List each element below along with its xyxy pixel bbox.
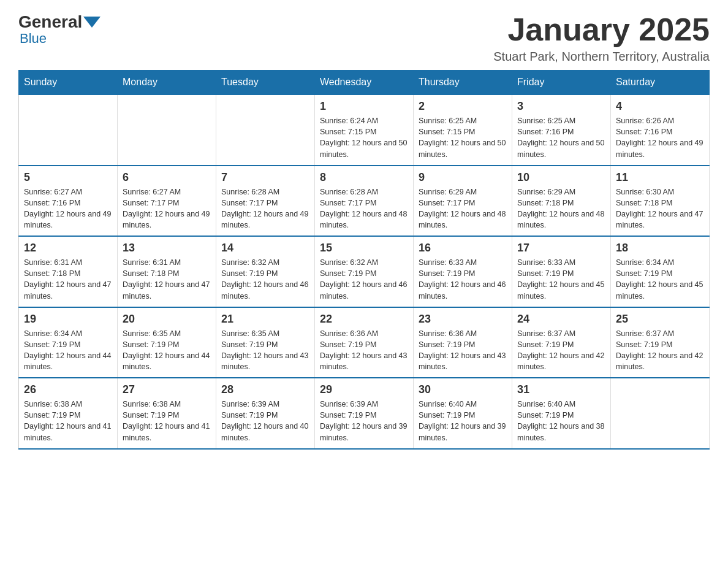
- day-number: 14: [221, 242, 309, 255]
- day-number: 10: [517, 171, 605, 184]
- header-friday: Friday: [512, 71, 611, 95]
- calendar-cell: 7Sunrise: 6:28 AMSunset: 7:17 PMDaylight…: [216, 166, 315, 237]
- calendar-cell: [216, 94, 315, 166]
- calendar-cell: 6Sunrise: 6:27 AMSunset: 7:17 PMDaylight…: [118, 166, 216, 237]
- day-number: 1: [320, 100, 408, 113]
- day-number: 23: [419, 313, 507, 326]
- day-info: Sunrise: 6:40 AMSunset: 7:19 PMDaylight:…: [517, 399, 605, 443]
- calendar-cell: 28Sunrise: 6:39 AMSunset: 7:19 PMDayligh…: [216, 378, 315, 449]
- calendar-cell: 22Sunrise: 6:36 AMSunset: 7:19 PMDayligh…: [315, 307, 414, 378]
- day-number: 18: [616, 242, 704, 255]
- day-number: 21: [221, 313, 309, 326]
- day-number: 25: [616, 313, 704, 326]
- calendar-week-row: 1Sunrise: 6:24 AMSunset: 7:15 PMDaylight…: [19, 94, 710, 166]
- day-number: 13: [123, 242, 211, 255]
- calendar-cell: 25Sunrise: 6:37 AMSunset: 7:19 PMDayligh…: [611, 307, 710, 378]
- calendar-cell: [611, 378, 710, 449]
- day-info: Sunrise: 6:37 AMSunset: 7:19 PMDaylight:…: [616, 328, 704, 373]
- calendar-week-row: 19Sunrise: 6:34 AMSunset: 7:19 PMDayligh…: [19, 307, 710, 378]
- day-info: Sunrise: 6:35 AMSunset: 7:19 PMDaylight:…: [123, 328, 211, 373]
- calendar-cell: 27Sunrise: 6:38 AMSunset: 7:19 PMDayligh…: [118, 378, 216, 449]
- logo-arrow-icon: [83, 17, 100, 28]
- calendar-cell: 2Sunrise: 6:25 AMSunset: 7:15 PMDaylight…: [414, 94, 512, 166]
- day-info: Sunrise: 6:27 AMSunset: 7:16 PMDaylight:…: [24, 186, 112, 231]
- calendar-cell: 21Sunrise: 6:35 AMSunset: 7:19 PMDayligh…: [216, 307, 315, 378]
- day-number: 11: [616, 171, 704, 184]
- calendar-cell: 3Sunrise: 6:25 AMSunset: 7:16 PMDaylight…: [512, 94, 611, 166]
- calendar-cell: [118, 94, 216, 166]
- day-info: Sunrise: 6:25 AMSunset: 7:16 PMDaylight:…: [517, 115, 605, 160]
- day-number: 4: [616, 100, 704, 113]
- day-number: 8: [320, 171, 408, 184]
- header-wednesday: Wednesday: [315, 71, 414, 95]
- day-number: 27: [123, 383, 211, 396]
- day-number: 30: [419, 383, 507, 396]
- day-info: Sunrise: 6:38 AMSunset: 7:19 PMDaylight:…: [123, 399, 211, 443]
- calendar-cell: 30Sunrise: 6:40 AMSunset: 7:19 PMDayligh…: [414, 378, 512, 449]
- logo-blue-text: Blue: [20, 31, 47, 47]
- calendar-cell: 26Sunrise: 6:38 AMSunset: 7:19 PMDayligh…: [19, 378, 118, 449]
- location-title: Stuart Park, Northern Territory, Austral…: [493, 50, 710, 64]
- calendar-week-row: 5Sunrise: 6:27 AMSunset: 7:16 PMDaylight…: [19, 166, 710, 237]
- day-info: Sunrise: 6:38 AMSunset: 7:19 PMDaylight:…: [24, 399, 112, 443]
- day-number: 12: [24, 242, 112, 255]
- calendar-cell: 12Sunrise: 6:31 AMSunset: 7:18 PMDayligh…: [19, 236, 118, 307]
- logo: General Blue: [18, 12, 102, 47]
- day-number: 20: [123, 313, 211, 326]
- day-info: Sunrise: 6:28 AMSunset: 7:17 PMDaylight:…: [221, 186, 309, 231]
- day-info: Sunrise: 6:36 AMSunset: 7:19 PMDaylight:…: [320, 328, 408, 373]
- day-info: Sunrise: 6:28 AMSunset: 7:17 PMDaylight:…: [320, 186, 408, 231]
- day-number: 29: [320, 383, 408, 396]
- calendar-cell: 15Sunrise: 6:32 AMSunset: 7:19 PMDayligh…: [315, 236, 414, 307]
- day-number: 28: [221, 383, 309, 396]
- day-info: Sunrise: 6:40 AMSunset: 7:19 PMDaylight:…: [419, 399, 507, 443]
- calendar-cell: 23Sunrise: 6:36 AMSunset: 7:19 PMDayligh…: [414, 307, 512, 378]
- logo-general-text: General: [18, 12, 82, 32]
- calendar-cell: 20Sunrise: 6:35 AMSunset: 7:19 PMDayligh…: [118, 307, 216, 378]
- day-info: Sunrise: 6:31 AMSunset: 7:18 PMDaylight:…: [123, 257, 211, 302]
- day-info: Sunrise: 6:34 AMSunset: 7:19 PMDaylight:…: [24, 328, 112, 373]
- day-info: Sunrise: 6:26 AMSunset: 7:16 PMDaylight:…: [616, 115, 704, 160]
- header-thursday: Thursday: [414, 71, 512, 95]
- day-info: Sunrise: 6:37 AMSunset: 7:19 PMDaylight:…: [517, 328, 605, 373]
- day-info: Sunrise: 6:34 AMSunset: 7:19 PMDaylight:…: [616, 257, 704, 302]
- day-info: Sunrise: 6:39 AMSunset: 7:19 PMDaylight:…: [221, 399, 309, 443]
- calendar-table: SundayMondayTuesdayWednesdayThursdayFrid…: [18, 70, 710, 450]
- calendar-cell: 9Sunrise: 6:29 AMSunset: 7:17 PMDaylight…: [414, 166, 512, 237]
- calendar-cell: 24Sunrise: 6:37 AMSunset: 7:19 PMDayligh…: [512, 307, 611, 378]
- day-number: 15: [320, 242, 408, 255]
- header-sunday: Sunday: [19, 71, 118, 95]
- calendar-cell: 5Sunrise: 6:27 AMSunset: 7:16 PMDaylight…: [19, 166, 118, 237]
- day-info: Sunrise: 6:32 AMSunset: 7:19 PMDaylight:…: [221, 257, 309, 302]
- day-info: Sunrise: 6:24 AMSunset: 7:15 PMDaylight:…: [320, 115, 408, 160]
- calendar-cell: 4Sunrise: 6:26 AMSunset: 7:16 PMDaylight…: [611, 94, 710, 166]
- calendar-cell: 1Sunrise: 6:24 AMSunset: 7:15 PMDaylight…: [315, 94, 414, 166]
- day-info: Sunrise: 6:39 AMSunset: 7:19 PMDaylight:…: [320, 399, 408, 443]
- day-info: Sunrise: 6:29 AMSunset: 7:17 PMDaylight:…: [419, 186, 507, 231]
- calendar-cell: [19, 94, 118, 166]
- header-tuesday: Tuesday: [216, 71, 315, 95]
- day-number: 22: [320, 313, 408, 326]
- calendar-cell: 11Sunrise: 6:30 AMSunset: 7:18 PMDayligh…: [611, 166, 710, 237]
- day-info: Sunrise: 6:33 AMSunset: 7:19 PMDaylight:…: [419, 257, 507, 302]
- calendar-cell: 13Sunrise: 6:31 AMSunset: 7:18 PMDayligh…: [118, 236, 216, 307]
- calendar-header-row: SundayMondayTuesdayWednesdayThursdayFrid…: [19, 71, 710, 95]
- day-info: Sunrise: 6:32 AMSunset: 7:19 PMDaylight:…: [320, 257, 408, 302]
- page-header: General Blue January 2025 Stuart Park, N…: [18, 12, 710, 64]
- day-number: 2: [419, 100, 507, 113]
- calendar-cell: 17Sunrise: 6:33 AMSunset: 7:19 PMDayligh…: [512, 236, 611, 307]
- day-info: Sunrise: 6:31 AMSunset: 7:18 PMDaylight:…: [24, 257, 112, 302]
- calendar-cell: 29Sunrise: 6:39 AMSunset: 7:19 PMDayligh…: [315, 378, 414, 449]
- header-saturday: Saturday: [611, 71, 710, 95]
- day-number: 26: [24, 383, 112, 396]
- day-number: 17: [517, 242, 605, 255]
- day-number: 24: [517, 313, 605, 326]
- title-section: January 2025 Stuart Park, Northern Terri…: [493, 12, 710, 64]
- day-number: 31: [517, 383, 605, 396]
- calendar-cell: 19Sunrise: 6:34 AMSunset: 7:19 PMDayligh…: [19, 307, 118, 378]
- day-number: 6: [123, 171, 211, 184]
- month-title: January 2025: [493, 12, 710, 47]
- day-number: 16: [419, 242, 507, 255]
- header-monday: Monday: [118, 71, 216, 95]
- calendar-cell: 16Sunrise: 6:33 AMSunset: 7:19 PMDayligh…: [414, 236, 512, 307]
